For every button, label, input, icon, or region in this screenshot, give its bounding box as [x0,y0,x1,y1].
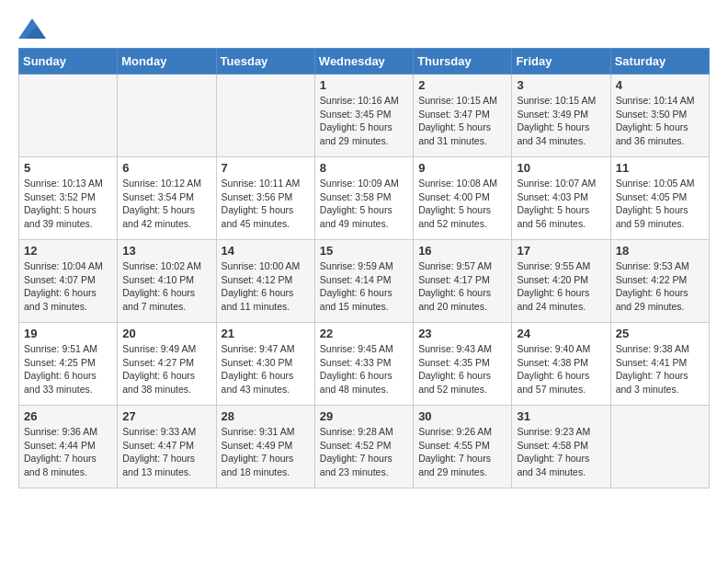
logo-icon [18,18,46,39]
calendar-cell: 17Sunrise: 9:55 AMSunset: 4:20 PMDayligh… [512,240,610,323]
day-info: Sunrise: 9:45 AMSunset: 4:33 PMDaylight:… [320,342,408,396]
day-info: Sunrise: 10:04 AMSunset: 4:07 PMDaylight… [24,259,112,314]
calendar-cell: 27Sunrise: 9:33 AMSunset: 4:47 PMDayligh… [118,406,216,488]
calendar-cell: 9Sunrise: 10:08 AMSunset: 4:00 PMDayligh… [414,157,512,240]
day-number: 2 [418,78,506,92]
calendar-cell: 15Sunrise: 9:59 AMSunset: 4:14 PMDayligh… [314,240,413,323]
calendar-table: SundayMondayTuesdayWednesdayThursdayFrid… [18,48,710,488]
calendar-cell: 18Sunrise: 9:53 AMSunset: 4:22 PMDayligh… [610,240,709,323]
day-info: Sunrise: 9:43 AMSunset: 4:35 PMDaylight:… [418,342,506,396]
day-number: 16 [418,244,506,258]
day-number: 17 [517,244,605,258]
calendar-week-row: 19Sunrise: 9:51 AMSunset: 4:25 PMDayligh… [19,323,710,406]
calendar-cell: 29Sunrise: 9:28 AMSunset: 4:52 PMDayligh… [314,406,413,488]
day-info: Sunrise: 10:15 AMSunset: 3:49 PMDaylight… [517,94,605,148]
day-number: 9 [418,161,506,175]
day-info: Sunrise: 10:07 AMSunset: 4:03 PMDaylight… [517,177,605,231]
calendar-cell: 21Sunrise: 9:47 AMSunset: 4:30 PMDayligh… [216,323,314,406]
calendar-cell: 3Sunrise: 10:15 AMSunset: 3:49 PMDayligh… [512,75,610,157]
header-friday: Friday [512,49,610,75]
calendar-cell [118,75,216,157]
calendar-header-row: SundayMondayTuesdayWednesdayThursdayFrid… [19,49,710,75]
day-info: Sunrise: 10:15 AMSunset: 3:47 PMDaylight… [418,94,506,148]
calendar-cell: 5Sunrise: 10:13 AMSunset: 3:52 PMDayligh… [19,157,118,240]
day-number: 5 [24,161,112,175]
calendar-cell [19,75,118,157]
calendar-cell: 24Sunrise: 9:40 AMSunset: 4:38 PMDayligh… [512,323,610,406]
day-info: Sunrise: 10:02 AMSunset: 4:10 PMDaylight… [122,259,210,314]
calendar-cell [216,75,314,157]
day-number: 3 [517,78,605,92]
day-info: Sunrise: 10:05 AMSunset: 4:05 PMDaylight… [616,177,704,231]
day-number: 10 [517,161,605,175]
calendar-cell: 30Sunrise: 9:26 AMSunset: 4:55 PMDayligh… [414,406,512,488]
day-number: 24 [517,327,605,340]
calendar-cell: 1Sunrise: 10:16 AMSunset: 3:45 PMDayligh… [314,75,413,157]
day-number: 14 [222,244,310,258]
day-number: 12 [24,244,112,258]
calendar-week-row: 26Sunrise: 9:36 AMSunset: 4:44 PMDayligh… [19,406,710,488]
header-saturday: Saturday [610,49,709,75]
day-info: Sunrise: 10:14 AMSunset: 3:50 PMDaylight… [616,94,704,148]
day-number: 7 [222,161,310,175]
day-info: Sunrise: 9:38 AMSunset: 4:41 PMDaylight:… [616,342,704,396]
calendar-cell: 13Sunrise: 10:02 AMSunset: 4:10 PMDaylig… [118,240,216,323]
header-monday: Monday [118,49,216,75]
calendar-cell: 11Sunrise: 10:05 AMSunset: 4:05 PMDaylig… [610,157,709,240]
calendar-cell: 23Sunrise: 9:43 AMSunset: 4:35 PMDayligh… [414,323,512,406]
day-number: 20 [122,327,210,340]
day-info: Sunrise: 9:36 AMSunset: 4:44 PMDaylight:… [24,425,112,479]
day-number: 18 [616,244,704,258]
calendar-cell [610,406,709,488]
header-wednesday: Wednesday [314,49,413,75]
header [18,18,710,39]
calendar-cell: 2Sunrise: 10:15 AMSunset: 3:47 PMDayligh… [414,75,512,157]
day-number: 28 [222,409,310,423]
day-info: Sunrise: 9:49 AMSunset: 4:27 PMDaylight:… [122,342,210,396]
day-info: Sunrise: 9:31 AMSunset: 4:49 PMDaylight:… [222,425,310,479]
calendar-cell: 7Sunrise: 10:11 AMSunset: 3:56 PMDayligh… [216,157,314,240]
calendar-cell: 25Sunrise: 9:38 AMSunset: 4:41 PMDayligh… [610,323,709,406]
calendar-cell: 28Sunrise: 9:31 AMSunset: 4:49 PMDayligh… [216,406,314,488]
day-number: 22 [320,327,408,340]
day-info: Sunrise: 10:11 AMSunset: 3:56 PMDaylight… [222,177,310,231]
day-number: 11 [616,161,704,175]
day-info: Sunrise: 9:57 AMSunset: 4:17 PMDaylight:… [418,259,506,314]
calendar-cell: 16Sunrise: 9:57 AMSunset: 4:17 PMDayligh… [414,240,512,323]
day-number: 31 [517,409,605,423]
header-sunday: Sunday [19,49,118,75]
day-info: Sunrise: 9:28 AMSunset: 4:52 PMDaylight:… [320,425,408,479]
day-info: Sunrise: 9:33 AMSunset: 4:47 PMDaylight:… [122,425,210,479]
calendar-cell: 20Sunrise: 9:49 AMSunset: 4:27 PMDayligh… [118,323,216,406]
day-info: Sunrise: 9:59 AMSunset: 4:14 PMDaylight:… [320,259,408,314]
day-number: 29 [320,409,408,423]
day-number: 27 [122,409,210,423]
day-info: Sunrise: 9:53 AMSunset: 4:22 PMDaylight:… [616,259,704,314]
day-number: 23 [418,327,506,340]
day-info: Sunrise: 10:13 AMSunset: 3:52 PMDaylight… [24,177,112,231]
day-info: Sunrise: 9:51 AMSunset: 4:25 PMDaylight:… [24,342,112,396]
day-info: Sunrise: 10:12 AMSunset: 3:54 PMDaylight… [122,177,210,231]
day-number: 15 [320,244,408,258]
calendar-cell: 4Sunrise: 10:14 AMSunset: 3:50 PMDayligh… [610,75,709,157]
header-thursday: Thursday [414,49,512,75]
day-number: 19 [24,327,112,340]
calendar-cell: 8Sunrise: 10:09 AMSunset: 3:58 PMDayligh… [314,157,413,240]
calendar-week-row: 1Sunrise: 10:16 AMSunset: 3:45 PMDayligh… [19,75,710,157]
logo [18,18,50,39]
header-tuesday: Tuesday [216,49,314,75]
day-number: 8 [320,161,408,175]
day-info: Sunrise: 10:16 AMSunset: 3:45 PMDaylight… [320,94,408,148]
calendar-cell: 10Sunrise: 10:07 AMSunset: 4:03 PMDaylig… [512,157,610,240]
day-number: 21 [222,327,310,340]
calendar-cell: 14Sunrise: 10:00 AMSunset: 4:12 PMDaylig… [216,240,314,323]
calendar-cell: 6Sunrise: 10:12 AMSunset: 3:54 PMDayligh… [118,157,216,240]
day-info: Sunrise: 9:55 AMSunset: 4:20 PMDaylight:… [517,259,605,314]
day-info: Sunrise: 9:23 AMSunset: 4:58 PMDaylight:… [517,425,605,479]
day-number: 25 [616,327,704,340]
calendar-cell: 19Sunrise: 9:51 AMSunset: 4:25 PMDayligh… [19,323,118,406]
day-number: 26 [24,409,112,423]
calendar-cell: 12Sunrise: 10:04 AMSunset: 4:07 PMDaylig… [19,240,118,323]
calendar-week-row: 5Sunrise: 10:13 AMSunset: 3:52 PMDayligh… [19,157,710,240]
day-info: Sunrise: 9:47 AMSunset: 4:30 PMDaylight:… [222,342,310,396]
